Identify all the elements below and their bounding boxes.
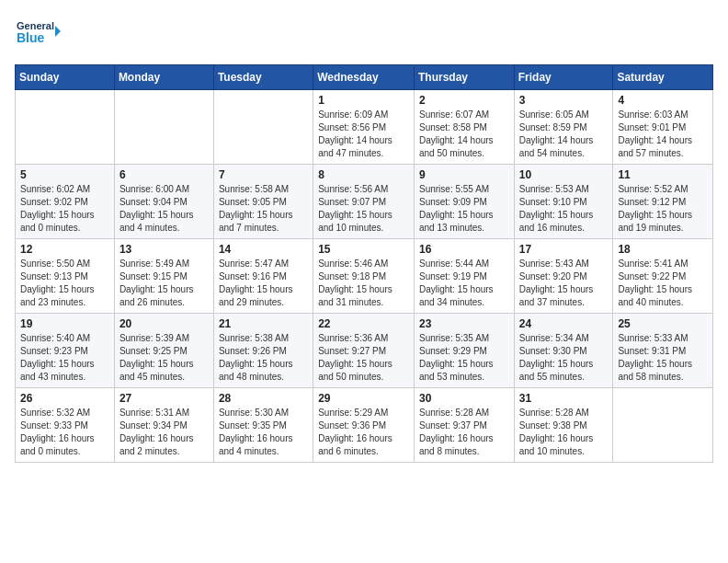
day-number: 25	[618, 317, 708, 330]
day-cell: 4Sunrise: 6:03 AMSunset: 9:01 PMDaylight…	[613, 90, 713, 165]
day-detail: Sunrise: 5:28 AMSunset: 9:38 PMDaylight:…	[519, 407, 609, 458]
day-detail: Sunrise: 6:00 AMSunset: 9:04 PMDaylight:…	[119, 183, 209, 235]
day-cell: 12Sunrise: 5:50 AMSunset: 9:13 PMDayligh…	[16, 239, 115, 314]
day-number: 24	[519, 317, 609, 330]
day-number: 31	[519, 392, 609, 405]
day-detail: Sunrise: 5:47 AMSunset: 9:16 PMDaylight:…	[219, 258, 308, 309]
day-cell	[16, 90, 115, 165]
day-detail: Sunrise: 5:29 AMSunset: 9:36 PMDaylight:…	[318, 407, 409, 458]
day-cell: 25Sunrise: 5:33 AMSunset: 9:31 PMDayligh…	[613, 314, 713, 388]
weekday-header-row: SundayMondayTuesdayWednesdayThursdayFrid…	[16, 65, 713, 90]
day-number: 6	[119, 168, 209, 181]
week-row-5: 26Sunrise: 5:32 AMSunset: 9:33 PMDayligh…	[16, 388, 713, 463]
weekday-wednesday: Wednesday	[313, 65, 415, 90]
day-cell: 14Sunrise: 5:47 AMSunset: 9:16 PMDayligh…	[213, 239, 313, 314]
day-cell: 26Sunrise: 5:32 AMSunset: 9:33 PMDayligh…	[16, 388, 115, 463]
day-number: 14	[219, 243, 308, 256]
day-number: 11	[618, 168, 708, 181]
day-detail: Sunrise: 5:31 AMSunset: 9:34 PMDaylight:…	[119, 407, 209, 458]
day-cell: 16Sunrise: 5:44 AMSunset: 9:19 PMDayligh…	[414, 239, 514, 314]
calendar-header: SundayMondayTuesdayWednesdayThursdayFrid…	[16, 65, 713, 90]
day-detail: Sunrise: 5:52 AMSunset: 9:12 PMDaylight:…	[618, 183, 708, 235]
day-number: 15	[318, 243, 409, 256]
day-detail: Sunrise: 6:09 AMSunset: 8:56 PMDaylight:…	[318, 109, 409, 160]
day-cell: 30Sunrise: 5:28 AMSunset: 9:37 PMDayligh…	[414, 388, 514, 463]
day-cell: 31Sunrise: 5:28 AMSunset: 9:38 PMDayligh…	[514, 388, 613, 463]
day-detail: Sunrise: 5:44 AMSunset: 9:19 PMDaylight:…	[419, 258, 509, 309]
day-number: 17	[519, 243, 609, 256]
day-detail: Sunrise: 5:38 AMSunset: 9:26 PMDaylight:…	[219, 332, 308, 384]
day-number: 22	[318, 317, 409, 330]
day-detail: Sunrise: 5:35 AMSunset: 9:29 PMDaylight:…	[419, 332, 509, 384]
week-row-3: 12Sunrise: 5:50 AMSunset: 9:13 PMDayligh…	[16, 239, 713, 314]
weekday-tuesday: Tuesday	[213, 65, 313, 90]
day-cell: 24Sunrise: 5:34 AMSunset: 9:30 PMDayligh…	[514, 314, 613, 388]
day-number: 5	[20, 168, 109, 181]
day-number: 1	[318, 94, 409, 107]
day-number: 13	[119, 243, 209, 256]
day-number: 12	[20, 243, 109, 256]
day-number: 9	[419, 168, 509, 181]
day-cell: 10Sunrise: 5:53 AMSunset: 9:10 PMDayligh…	[514, 165, 613, 239]
day-detail: Sunrise: 5:40 AMSunset: 9:23 PMDaylight:…	[20, 332, 109, 384]
day-number: 4	[618, 94, 708, 107]
day-cell: 3Sunrise: 6:05 AMSunset: 8:59 PMDaylight…	[514, 90, 613, 165]
day-cell: 1Sunrise: 6:09 AMSunset: 8:56 PMDaylight…	[313, 90, 415, 165]
day-cell: 11Sunrise: 5:52 AMSunset: 9:12 PMDayligh…	[613, 165, 713, 239]
day-detail: Sunrise: 6:03 AMSunset: 9:01 PMDaylight:…	[618, 109, 708, 160]
weekday-thursday: Thursday	[414, 65, 514, 90]
day-number: 16	[419, 243, 509, 256]
day-detail: Sunrise: 5:36 AMSunset: 9:27 PMDaylight:…	[318, 332, 409, 384]
day-detail: Sunrise: 6:07 AMSunset: 8:58 PMDaylight:…	[419, 109, 509, 160]
day-number: 21	[219, 317, 308, 330]
day-detail: Sunrise: 5:41 AMSunset: 9:22 PMDaylight:…	[618, 258, 708, 309]
day-detail: Sunrise: 5:30 AMSunset: 9:35 PMDaylight:…	[219, 407, 308, 458]
day-cell: 6Sunrise: 6:00 AMSunset: 9:04 PMDaylight…	[114, 165, 213, 239]
day-cell: 18Sunrise: 5:41 AMSunset: 9:22 PMDayligh…	[613, 239, 713, 314]
day-number: 3	[519, 94, 609, 107]
day-detail: Sunrise: 5:43 AMSunset: 9:20 PMDaylight:…	[519, 258, 609, 309]
day-detail: Sunrise: 6:02 AMSunset: 9:02 PMDaylight:…	[20, 183, 109, 235]
day-detail: Sunrise: 5:33 AMSunset: 9:31 PMDaylight:…	[618, 332, 708, 384]
week-row-1: 1Sunrise: 6:09 AMSunset: 8:56 PMDaylight…	[16, 90, 713, 165]
day-cell: 13Sunrise: 5:49 AMSunset: 9:15 PMDayligh…	[114, 239, 213, 314]
day-number: 8	[318, 168, 409, 181]
day-cell: 27Sunrise: 5:31 AMSunset: 9:34 PMDayligh…	[114, 388, 213, 463]
logo-svg: General Blue	[15, 15, 61, 53]
logo: General Blue	[15, 15, 61, 53]
day-cell: 29Sunrise: 5:29 AMSunset: 9:36 PMDayligh…	[313, 388, 415, 463]
week-row-4: 19Sunrise: 5:40 AMSunset: 9:23 PMDayligh…	[16, 314, 713, 388]
day-number: 2	[419, 94, 509, 107]
day-detail: Sunrise: 5:53 AMSunset: 9:10 PMDaylight:…	[519, 183, 609, 235]
svg-text:Blue: Blue	[17, 30, 45, 45]
day-detail: Sunrise: 5:46 AMSunset: 9:18 PMDaylight:…	[318, 258, 409, 309]
day-cell: 17Sunrise: 5:43 AMSunset: 9:20 PMDayligh…	[514, 239, 613, 314]
day-detail: Sunrise: 5:39 AMSunset: 9:25 PMDaylight:…	[119, 332, 209, 384]
weekday-sunday: Sunday	[16, 65, 115, 90]
day-cell: 2Sunrise: 6:07 AMSunset: 8:58 PMDaylight…	[414, 90, 514, 165]
day-cell	[114, 90, 213, 165]
day-cell: 22Sunrise: 5:36 AMSunset: 9:27 PMDayligh…	[313, 314, 415, 388]
day-cell: 21Sunrise: 5:38 AMSunset: 9:26 PMDayligh…	[213, 314, 313, 388]
day-number: 26	[20, 392, 109, 405]
day-detail: Sunrise: 5:55 AMSunset: 9:09 PMDaylight:…	[419, 183, 509, 235]
day-cell: 23Sunrise: 5:35 AMSunset: 9:29 PMDayligh…	[414, 314, 514, 388]
day-number: 18	[618, 243, 708, 256]
day-detail: Sunrise: 5:50 AMSunset: 9:13 PMDaylight:…	[20, 258, 109, 309]
day-cell: 15Sunrise: 5:46 AMSunset: 9:18 PMDayligh…	[313, 239, 415, 314]
day-number: 20	[119, 317, 209, 330]
day-detail: Sunrise: 5:58 AMSunset: 9:05 PMDaylight:…	[219, 183, 308, 235]
day-cell: 19Sunrise: 5:40 AMSunset: 9:23 PMDayligh…	[16, 314, 115, 388]
calendar-table: SundayMondayTuesdayWednesdayThursdayFrid…	[15, 64, 713, 463]
day-detail: Sunrise: 5:34 AMSunset: 9:30 PMDaylight:…	[519, 332, 609, 384]
day-detail: Sunrise: 5:28 AMSunset: 9:37 PMDaylight:…	[419, 407, 509, 458]
weekday-saturday: Saturday	[613, 65, 713, 90]
day-cell: 20Sunrise: 5:39 AMSunset: 9:25 PMDayligh…	[114, 314, 213, 388]
day-number: 29	[318, 392, 409, 405]
day-cell	[613, 388, 713, 463]
day-cell: 5Sunrise: 6:02 AMSunset: 9:02 PMDaylight…	[16, 165, 115, 239]
calendar-body: 1Sunrise: 6:09 AMSunset: 8:56 PMDaylight…	[16, 90, 713, 463]
day-number: 19	[20, 317, 109, 330]
day-detail: Sunrise: 6:05 AMSunset: 8:59 PMDaylight:…	[519, 109, 609, 160]
day-detail: Sunrise: 5:32 AMSunset: 9:33 PMDaylight:…	[20, 407, 109, 458]
